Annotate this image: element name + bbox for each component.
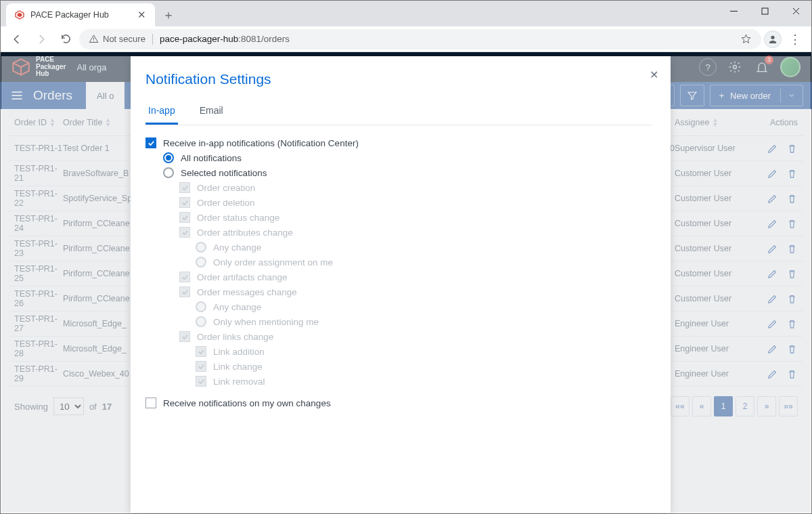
checkbox-order-attrs [179, 227, 190, 238]
checkbox-receive-inapp[interactable] [145, 137, 156, 148]
label-receive-inapp: Receive in-app notifications (Notificati… [163, 138, 359, 148]
nav-back-icon[interactable] [6, 28, 28, 50]
label-link-addition: Link addition [213, 347, 265, 357]
label-receive-own: Receive notifications on my own changes [163, 398, 331, 408]
radio-all-notifications[interactable] [163, 152, 174, 163]
window-close[interactable] [780, 1, 811, 21]
checkbox-order-artifacts [179, 272, 190, 282]
browser-menu-icon[interactable]: ⋮ [784, 28, 806, 50]
tab-inapp[interactable]: In-app [145, 100, 178, 125]
not-secure-label: Not secure [103, 34, 145, 44]
modal-close-icon[interactable]: ✕ [650, 68, 658, 81]
nav-reload-icon[interactable] [55, 28, 76, 50]
address-bar[interactable]: Not secure pace-packager-hub:8081/orders [79, 29, 761, 49]
svg-rect-1 [762, 8, 768, 14]
label-order-artifacts: Order artifacts change [197, 272, 288, 282]
checkbox-link-change [196, 361, 206, 372]
browser-tab[interactable]: PACE Packager Hub ✕ [6, 3, 155, 26]
label-attrs-any: Any change [213, 242, 261, 253]
label-order-attrs: Order attributes change [197, 228, 293, 238]
url-text: pace-packager-hub:8081/orders [160, 34, 734, 44]
warning-icon [89, 34, 99, 44]
profile-button[interactable] [764, 30, 782, 48]
bookmark-star-icon[interactable] [740, 33, 752, 45]
checkbox-receive-own[interactable] [145, 398, 156, 408]
checkbox-order-creation [179, 182, 190, 193]
checkbox-order-messages [179, 286, 190, 297]
radio-attrs-me [196, 257, 206, 267]
radio-msg-any [196, 301, 206, 312]
not-secure-indicator[interactable]: Not secure [89, 34, 145, 44]
checkbox-order-status [179, 212, 190, 223]
tab-favicon [14, 9, 25, 20]
label-selected-notifications: Selected notifications [181, 168, 267, 178]
notification-settings-modal: ✕ Notification Settings In-app Email Rec… [131, 56, 671, 513]
label-order-links: Order links change [197, 332, 273, 342]
omnibox-divider [152, 34, 153, 45]
label-link-removal: Link removal [213, 377, 265, 387]
label-link-change: Link change [213, 362, 263, 372]
label-msg-mention: Only when mentioning me [213, 317, 319, 327]
label-order-messages: Order messages change [197, 287, 297, 297]
window-minimize[interactable] [718, 1, 749, 21]
label-all-notifications: All notifications [181, 153, 242, 163]
checkbox-order-links [179, 331, 190, 342]
svg-point-8 [771, 35, 774, 39]
checkbox-link-addition [196, 346, 206, 357]
new-tab-button[interactable]: ＋ [159, 5, 178, 24]
radio-msg-mention [196, 316, 206, 327]
radio-attrs-any [196, 242, 206, 253]
checkbox-order-deletion [179, 197, 190, 208]
tab-close-icon[interactable]: ✕ [136, 9, 147, 20]
label-attrs-me: Only order assignment on me [213, 257, 333, 267]
svg-marker-5 [18, 13, 22, 18]
checkbox-link-removal [196, 376, 206, 387]
radio-selected-notifications[interactable] [163, 167, 174, 178]
tab-email[interactable]: Email [197, 100, 226, 125]
tab-title: PACE Packager Hub [30, 10, 131, 20]
label-order-creation: Order creation [197, 183, 255, 193]
modal-title: Notification Settings [145, 71, 652, 87]
label-msg-any: Any change [213, 302, 261, 312]
svg-point-7 [93, 41, 94, 41]
window-maximize[interactable] [749, 1, 780, 21]
label-order-deletion: Order deletion [197, 198, 255, 208]
label-order-status: Order status change [197, 213, 279, 223]
nav-forward-icon [30, 28, 52, 50]
